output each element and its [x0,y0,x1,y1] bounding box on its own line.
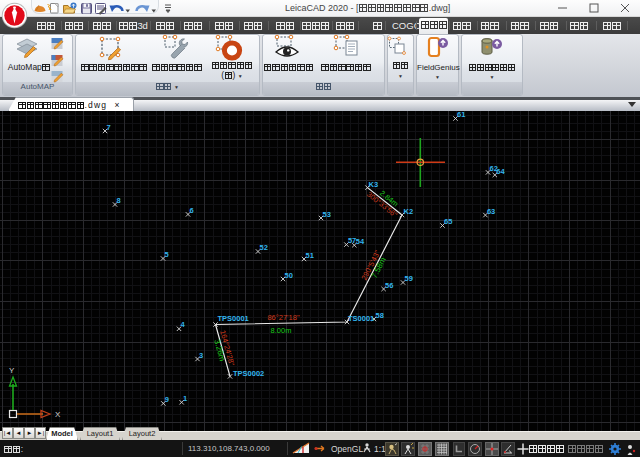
svg-text:86°27'18": 86°27'18" [267,313,299,322]
svg-text:K3: K3 [369,180,379,189]
svg-text:61: 61 [457,111,465,119]
svg-text:TPS0001: TPS0001 [218,314,249,323]
svg-text:50: 50 [285,271,293,280]
svg-text:1: 1 [183,394,187,403]
svg-text:6: 6 [190,206,194,215]
svg-text:OpenGL: OpenGL [331,444,363,454]
svg-text:TS0001: TS0001 [348,314,374,323]
svg-text:8: 8 [117,196,121,205]
svg-text:63: 63 [487,207,495,216]
svg-text:Y: Y [9,366,15,375]
svg-text:53: 53 [323,210,331,219]
svg-text:64: 64 [496,167,505,176]
svg-text:7: 7 [107,123,111,132]
svg-text:K2: K2 [404,207,414,216]
svg-text:56: 56 [385,281,393,290]
svg-text:3: 3 [199,351,203,360]
svg-text:51: 51 [306,251,314,260]
svg-text:X: X [55,410,61,419]
svg-text:65: 65 [444,217,452,226]
svg-text:8.00m: 8.00m [271,326,292,335]
svg-text:TPS0002: TPS0002 [233,369,264,378]
svg-text:59: 59 [405,274,413,283]
svg-text:9: 9 [165,395,169,404]
svg-text:52: 52 [260,243,268,252]
svg-text:54: 54 [356,237,365,246]
svg-text:58: 58 [376,311,384,320]
svg-text:5: 5 [165,250,169,259]
svg-text:4: 4 [181,320,186,329]
